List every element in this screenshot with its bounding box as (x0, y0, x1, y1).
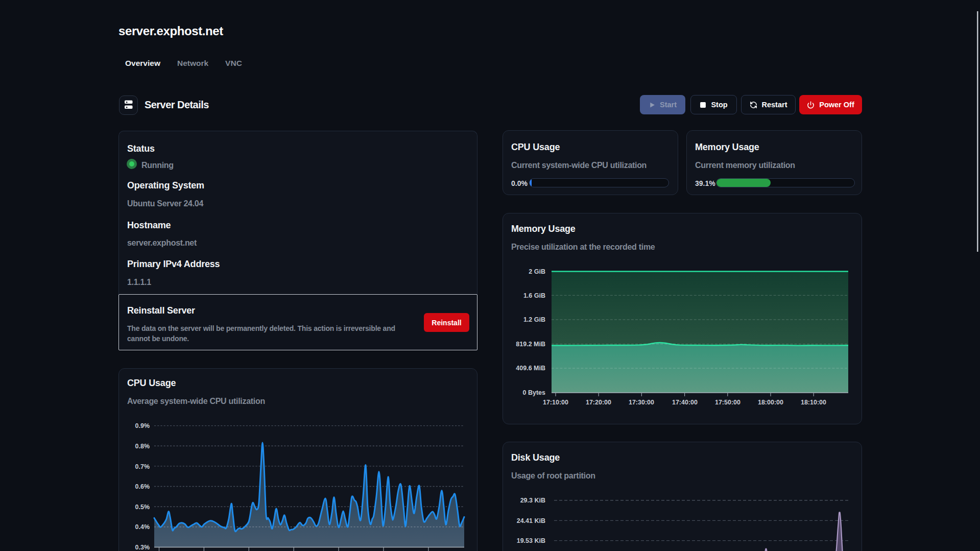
svg-text:409.6 MiB: 409.6 MiB (516, 365, 545, 372)
svg-text:29.3 KiB: 29.3 KiB (520, 497, 545, 504)
svg-text:0.6%: 0.6% (135, 483, 150, 490)
svg-text:0.4%: 0.4% (135, 523, 150, 531)
svg-text:0.7%: 0.7% (135, 463, 150, 470)
svg-text:17:50:00: 17:50:00 (715, 399, 740, 406)
svg-text:0.3%: 0.3% (135, 544, 150, 551)
svg-text:0.5%: 0.5% (135, 504, 150, 511)
svg-text:17:10:00: 17:10:00 (543, 399, 568, 406)
svg-text:0.8%: 0.8% (135, 443, 150, 450)
svg-text:0.9%: 0.9% (135, 422, 150, 429)
svg-text:819.2 MiB: 819.2 MiB (516, 341, 545, 348)
svg-text:2 GiB: 2 GiB (529, 268, 545, 275)
svg-text:18:10:00: 18:10:00 (801, 399, 826, 406)
svg-text:1.6 GiB: 1.6 GiB (523, 292, 545, 299)
svg-text:17:30:00: 17:30:00 (629, 399, 654, 406)
svg-text:0 Bytes: 0 Bytes (523, 389, 546, 396)
svg-text:19.53 KiB: 19.53 KiB (517, 537, 545, 544)
svg-text:24.41 KiB: 24.41 KiB (517, 517, 545, 524)
svg-text:17:40:00: 17:40:00 (672, 399, 698, 406)
svg-text:1.2 GiB: 1.2 GiB (523, 316, 545, 323)
svg-text:17:20:00: 17:20:00 (586, 399, 611, 406)
svg-text:18:00:00: 18:00:00 (758, 399, 783, 406)
